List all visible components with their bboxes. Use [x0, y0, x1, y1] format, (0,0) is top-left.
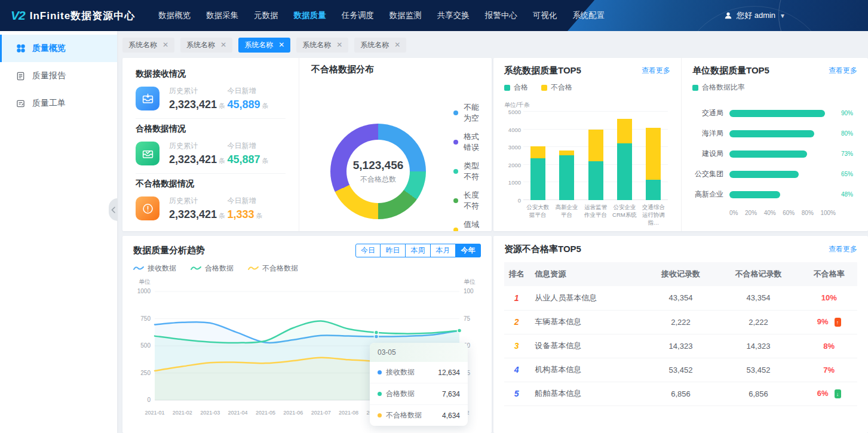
tab-本月[interactable]: 本月: [431, 244, 456, 257]
hbar-row[interactable]: 公交集团65%: [692, 169, 857, 179]
legend-swatch: [541, 85, 547, 91]
close-icon[interactable]: ✕: [162, 41, 168, 49]
nav-item-5[interactable]: 任务调度: [342, 10, 374, 21]
tab-今日[interactable]: 今日: [355, 244, 381, 257]
hbar-label: 高新企业: [692, 189, 729, 199]
legend-item: 格式错误: [453, 131, 480, 153]
unqualified-cell: 43,354: [716, 286, 801, 310]
nav-item-9[interactable]: 可视化: [533, 10, 557, 21]
column-header: 信息资源: [529, 262, 645, 286]
bar-slot[interactable]: [610, 112, 639, 200]
quality-top5-card: 系统数据质量TOP5 查看更多 合格不合格 单位/千条 500040003000…: [493, 58, 868, 231]
trend-chart-area: 002502550050750751000100单位单位2021-012021-…: [133, 276, 481, 422]
y-tick-label: 2000: [503, 161, 521, 168]
nav-item-10[interactable]: 系统配置: [572, 10, 605, 21]
x-tick-label: 100%: [820, 210, 836, 216]
nav-item-4[interactable]: 数据质量: [294, 10, 326, 21]
hbar-value: 48%: [836, 191, 857, 198]
close-icon[interactable]: ✕: [278, 41, 284, 49]
x-tick-label: 60%: [783, 210, 795, 216]
rate-value: 8%: [823, 342, 835, 351]
nav-item-7[interactable]: 共享交换: [437, 10, 470, 21]
resource-name-cell: 车辆基本信息: [529, 310, 645, 334]
check-doc-icon: [136, 142, 160, 165]
filter-tag-2[interactable]: 系统名称✕: [180, 38, 232, 53]
hbar-row[interactable]: 高新企业48%: [692, 189, 857, 199]
trend-legend: 接收数据合格数据不合格数据: [133, 263, 481, 274]
stat-label: 历史累计: [169, 86, 228, 96]
legend-label: 不能为空: [464, 102, 480, 124]
bar-1: [530, 146, 545, 200]
bar-5: [646, 128, 661, 200]
trend-period-tabs: 今日昨日本周本月今年: [355, 244, 481, 257]
horizontal-bar-chart[interactable]: 交通局90%海洋局80%建设局73%公交集团65%高新企业48%: [692, 108, 857, 199]
nav-item-1[interactable]: 数据概览: [158, 10, 191, 21]
hbar-label: 海洋局: [692, 128, 729, 139]
filter-tag-label: 系统名称: [128, 40, 157, 50]
stat-title: 合格数据情况: [136, 124, 286, 134]
sidebar: 质量概览质量报告质量工单: [0, 31, 117, 433]
bar-3: [588, 130, 603, 200]
column-header: 不合格率: [800, 262, 857, 286]
table-row[interactable]: 3设备基本信息14,32314,3238%: [504, 334, 857, 358]
hbar-value: 73%: [836, 151, 857, 157]
close-icon[interactable]: ✕: [220, 41, 226, 49]
donut-total-value: 5,123,456: [353, 159, 404, 172]
tooltip-label: 不合格数据: [386, 410, 442, 420]
grid-icon: [16, 44, 26, 54]
table-row[interactable]: 1从业人员基本信息43,35443,35410%: [504, 286, 857, 310]
tab-昨日[interactable]: 昨日: [381, 244, 406, 257]
tab-本周[interactable]: 本周: [406, 244, 431, 257]
unqualified-segment: [588, 130, 603, 161]
tab-今年[interactable]: 今年: [456, 244, 481, 257]
bar-slot[interactable]: [523, 112, 552, 200]
user-greeting: 您好 admin: [737, 10, 775, 21]
donut-chart[interactable]: 5,123,456 不合格总数: [330, 124, 426, 219]
stat-block-1: 数据接收情况历史累计2,323,421条今日新增45,889条: [136, 64, 286, 119]
sidebar-item-1[interactable]: 质量概览: [0, 35, 117, 62]
hbar-track: [729, 110, 836, 117]
view-more-link[interactable]: 查看更多: [829, 66, 857, 76]
view-more-link[interactable]: 查看更多: [642, 66, 670, 76]
brand[interactable]: V2 InFinite数据资源中心: [11, 8, 135, 23]
filter-tag-1[interactable]: 系统名称✕: [122, 38, 174, 53]
legend-label: 合格数据比率: [702, 82, 745, 93]
table-row[interactable]: 5船舶基本信息6,8566,8566%↓: [504, 382, 857, 406]
nav-item-6[interactable]: 数据监测: [389, 10, 422, 21]
table-row[interactable]: 4机构基本信息53,45253,4527%: [504, 358, 857, 382]
user-icon: [724, 11, 732, 20]
nav-item-3[interactable]: 元数据: [254, 10, 278, 21]
stacked-bar-chart[interactable]: 500040003000200010000: [523, 112, 668, 200]
y-tick-label: 3000: [503, 144, 521, 151]
bar-slot[interactable]: [581, 112, 610, 200]
hbar-row[interactable]: 交通局90%: [692, 108, 857, 118]
tooltip-dot: [378, 370, 382, 374]
data-point-marker: [374, 330, 378, 334]
close-icon[interactable]: ✕: [336, 41, 342, 49]
sidebar-item-2[interactable]: 质量报告: [0, 62, 117, 90]
rank-number: 2: [514, 317, 519, 327]
bar-slot[interactable]: [552, 112, 581, 200]
nav-item-8[interactable]: 报警中心: [485, 10, 517, 21]
x-tick-label: 40%: [764, 210, 776, 216]
filter-tag-label: 系统名称: [244, 40, 273, 50]
close-icon[interactable]: ✕: [394, 41, 400, 49]
hbar-row[interactable]: 建设局73%: [692, 149, 857, 159]
sidebar-item-3[interactable]: 质量工单: [0, 90, 117, 117]
app-root: V2 InFinite数据资源中心 数据概览数据采集元数据数据质量任务调度数据监…: [0, 0, 868, 433]
rate-cell: 8%: [800, 334, 857, 358]
view-more-link[interactable]: 查看更多: [829, 244, 857, 254]
stat-columns: 历史累计2,323,421条今日新增45,887条: [169, 141, 286, 166]
qualified-segment: [646, 180, 661, 200]
filter-tag-5[interactable]: 系统名称✕: [354, 38, 406, 53]
filter-tag-3[interactable]: 系统名称✕: [238, 38, 290, 53]
hbar-row[interactable]: 海洋局80%: [692, 128, 857, 139]
table-row[interactable]: 2车辆基本信息2,2222,2229%↑: [504, 310, 857, 334]
bar-slot[interactable]: [639, 112, 668, 200]
nav-item-2[interactable]: 数据采集: [206, 10, 238, 21]
sidebar-collapse-handle[interactable]: [109, 198, 118, 221]
user-menu[interactable]: 您好 admin ▼: [724, 10, 786, 21]
wave-icon: [248, 265, 259, 273]
legend-item: 类型不符: [453, 161, 480, 182]
filter-tag-4[interactable]: 系统名称✕: [296, 38, 348, 53]
